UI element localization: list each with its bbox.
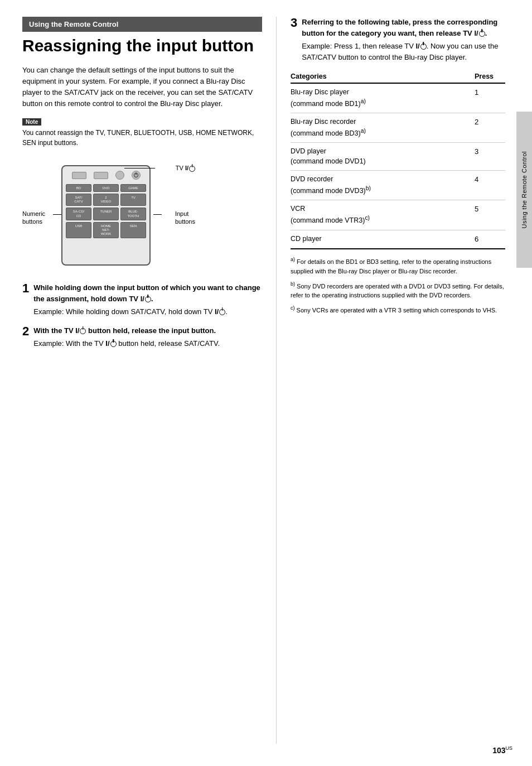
note-label: Note: [22, 118, 41, 126]
remote-diagram-wrapper: BD DVD GAME SAT/CATV 2VIDEO TV SA-CD/CD …: [22, 157, 262, 271]
note-container: Note You cannot reassign the TV, TUNER, …: [22, 117, 262, 148]
page-title: Reassigning the input button: [22, 36, 262, 56]
page-container: Using the Remote Control Using the Remot…: [0, 0, 532, 766]
table-row: VCR(command mode VTR3)c) 5: [291, 200, 505, 230]
table-cell-category: Blu-ray Disc recorder(command mode BD3)a…: [291, 113, 475, 143]
remote-body: BD DVD GAME SAT/CATV 2VIDEO TV SA-CD/CD …: [61, 165, 151, 266]
bd-btn: BD: [66, 184, 91, 192]
input-arrow-line: [153, 214, 162, 215]
game-btn: GAME: [120, 184, 146, 192]
tv-power-label: TV I/: [176, 165, 195, 172]
step-2-content: With the TV I/ button held, release the …: [33, 325, 262, 349]
tuner-btn: TUNER: [93, 208, 119, 220]
step-1-content: While holding down the input button of w…: [33, 282, 262, 317]
input-label: Inputbuttons: [175, 210, 195, 226]
satcatv-btn: SAT/CATV: [66, 194, 91, 206]
table-cell-category: VCR(command mode VTR3)c): [291, 200, 475, 230]
step-3-example: Example: Press 1, then release TV I/. No…: [302, 41, 505, 62]
table-cell-category: DVD player(command mode DVD1): [291, 143, 475, 171]
tv-btn: TV: [120, 194, 146, 206]
step-1-number: 1: [22, 282, 29, 295]
table-cell-press: 3: [475, 143, 505, 171]
sacd-btn: SA-CD/CD: [66, 208, 91, 220]
footnote-c-text: Sony VCRs are operated with a VTR 3 sett…: [295, 307, 497, 314]
column-divider: [276, 17, 277, 744]
table-cell-press: 1: [475, 83, 505, 113]
table-cell-press: 6: [475, 230, 505, 249]
step-2-title: With the TV I/ button held, release the …: [33, 325, 262, 336]
numeric-label: Numericbuttons: [22, 210, 45, 226]
step-3-title: Referring to the following table, press …: [302, 17, 505, 38]
step-2-number: 2: [22, 325, 29, 338]
table-row: Blu-ray Disc recorder(command mode BD3)a…: [291, 113, 505, 143]
sen-btn: SEN: [120, 222, 146, 239]
table-row: DVD player(command mode DVD1) 3: [291, 143, 505, 171]
step-1-title: While holding down the input button of w…: [33, 282, 262, 304]
step-1-example: Example: While holding down SAT/CATV, ho…: [33, 306, 262, 317]
step-1: 1 While holding down the input button of…: [22, 282, 262, 317]
table-cell-category: Blu-ray Disc player(command mode BD1)a): [291, 83, 475, 113]
side-tab: Using the Remote Control: [516, 112, 532, 268]
table-cell-press: 5: [475, 200, 505, 230]
step-2-example: Example: With the TV I/ button held, rel…: [33, 338, 262, 349]
footnote-b: b) Sony DVD recorders are operated with …: [291, 281, 505, 301]
section-banner: Using the Remote Control: [22, 17, 262, 32]
left-column: Using the Remote Control Reassigning the…: [22, 17, 273, 744]
dvd-btn: DVD: [93, 184, 119, 192]
page-number: 103US: [492, 745, 512, 755]
footnote-a: a) For details on the BD1 or BD3 setting…: [291, 256, 505, 276]
step-2: 2 With the TV I/ button held, release th…: [22, 325, 262, 349]
table-cell-press: 2: [475, 113, 505, 143]
footnote-a-text: For details on the BD1 or BD3 setting, r…: [291, 258, 491, 274]
footnote-c: c) Sony VCRs are operated with a VTR 3 s…: [291, 305, 505, 315]
note-text: You cannot reassign the TV, TUNER, BLUET…: [22, 128, 262, 148]
side-tab-text: Using the Remote Control: [521, 151, 528, 229]
footnote-b-text: Sony DVD recorders are operated with a D…: [291, 282, 504, 298]
col-header-press: Press: [475, 70, 505, 83]
step-3-content: Referring to the following table, press …: [302, 17, 505, 62]
right-column: 3 Referring to the following table, pres…: [279, 17, 505, 744]
main-content: Using the Remote Control Reassigning the…: [0, 0, 516, 766]
intro-text: You can change the default settings of t…: [22, 65, 262, 110]
tv-arrow-line: [124, 168, 155, 168]
bluetooth-btn: BLUE-TOOTH: [120, 208, 146, 220]
numeric-arrow-line: [53, 214, 61, 215]
step-3: 3 Referring to the following table, pres…: [291, 17, 505, 62]
remote-power-btn: [132, 171, 141, 180]
table-row: Blu-ray Disc player(command mode BD1)a) …: [291, 83, 505, 113]
categories-table: Categories Press Blu-ray Disc player(com…: [291, 70, 505, 249]
table-row: CD player 6: [291, 230, 505, 249]
table-row: DVD recorder(command mode DVD3)b) 4: [291, 171, 505, 200]
table-cell-category: CD player: [291, 230, 475, 249]
usb-btn: USB: [66, 222, 91, 239]
homenetwork-btn: HOMENET-WORK: [93, 222, 119, 239]
remote-top-btn-2: [94, 172, 108, 179]
table-cell-category: DVD recorder(command mode DVD3)b): [291, 171, 475, 200]
remote-top-btn-1: [72, 172, 86, 179]
step-3-number: 3: [291, 17, 297, 29]
remote-top-btn-circle: [115, 171, 124, 180]
input-buttons-grid: BD DVD GAME SAT/CATV 2VIDEO TV SA-CD/CD …: [66, 184, 146, 238]
col-header-categories: Categories: [291, 70, 475, 83]
footnotes: a) For details on the BD1 or BD3 setting…: [291, 256, 505, 315]
video-btn: 2VIDEO: [93, 194, 119, 206]
table-cell-press: 4: [475, 171, 505, 200]
